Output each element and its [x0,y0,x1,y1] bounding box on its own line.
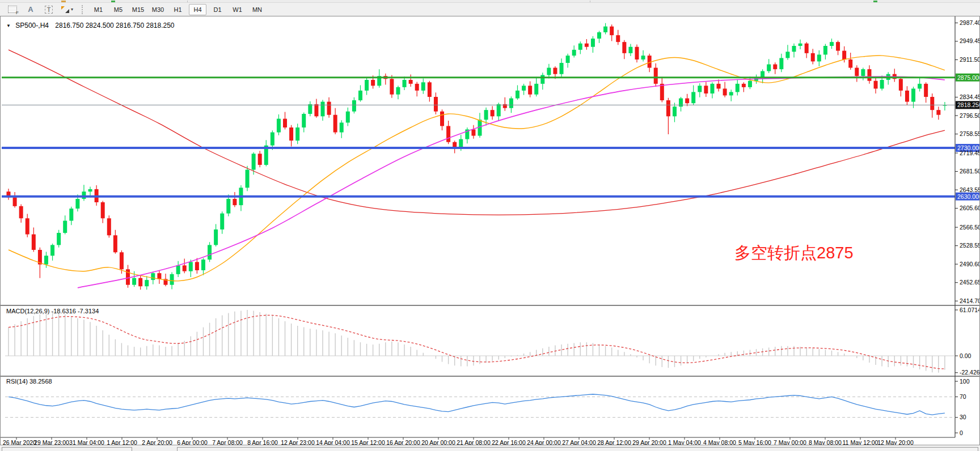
svg-text:27 Apr 04:00: 27 Apr 04:00 [562,439,596,445]
svg-text:12 Apr 23:00: 12 Apr 23:00 [281,439,315,445]
timeframe-button-m15[interactable]: M15 [129,4,147,15]
chart-window[interactable]: ▼ SP500-,H4 2816.750 2824.500 2816.750 2… [0,16,980,445]
grid-f-icon: F [8,6,17,13]
svg-text:2758.550: 2758.550 [960,130,979,137]
letter-a-icon: A [28,5,33,14]
status-panel [177,447,978,451]
chevron-down-icon[interactable]: ▾ [71,7,73,12]
toolbar-divider [187,1,188,2]
svg-text:22 Apr 16:00: 22 Apr 16:00 [492,439,526,445]
chart-ohlc-values: 2816.750 2824.500 2816.750 2818.250 [55,22,174,29]
svg-text:29 Apr 20:00: 29 Apr 20:00 [632,439,666,445]
svg-text:2528.550: 2528.550 [960,242,979,249]
timeframe-button-h4[interactable]: H4 [189,4,206,15]
svg-text:5 May 16:00: 5 May 16:00 [738,439,771,445]
arrow-tool-button[interactable]: A [23,4,39,15]
svg-text:24 Apr 00:00: 24 Apr 00:00 [527,439,561,445]
shapes-tool-button[interactable]: ▾ [59,4,75,15]
price-tag-label: 2818.250 [957,101,979,108]
svg-text:2414.700: 2414.700 [960,297,979,304]
svg-text:16 Apr 20:00: 16 Apr 20:00 [386,439,420,445]
text-tool-icon: T [45,6,53,14]
macd-histogram [9,310,945,373]
svg-text:12 May 20:00: 12 May 20:00 [877,439,914,445]
timeframe-button-m30[interactable]: M30 [149,4,167,15]
text-label-tool-button[interactable]: T [41,4,57,15]
macd-axis-label: 61.0714 [960,307,979,313]
timeframe-button-m5[interactable]: M5 [109,4,127,15]
svg-text:2911.500: 2911.500 [960,56,979,63]
symbol-dropdown-icon[interactable]: ▼ [6,23,11,28]
svg-text:2834.450: 2834.450 [960,93,979,100]
shapes-icon [61,6,70,14]
price-tag-label: 2875.000 [957,74,979,81]
rsi-indicator-label: RSI(14) 38.2568 [6,378,52,385]
svg-text:2 Apr 20:00: 2 Apr 20:00 [142,439,172,445]
timeframe-group: M1M5M15M30H1H4D1W1MN [88,4,267,15]
svg-text:1 May 04:00: 1 May 04:00 [668,439,701,445]
svg-text:28 Apr 12:00: 28 Apr 12:00 [597,439,631,445]
svg-text:2796.500: 2796.500 [960,112,979,119]
timeframe-button-w1[interactable]: W1 [229,4,246,15]
price-tag-label: 2630.000 [957,193,979,200]
svg-text:6 Apr 00:00: 6 Apr 00:00 [177,439,208,445]
svg-text:2566.500: 2566.500 [960,224,979,231]
svg-text:4 May 08:00: 4 May 08:00 [703,439,736,445]
toolbar-fragment [873,1,877,2]
svg-text:2681.500: 2681.500 [960,168,979,175]
svg-text:7 May 00:00: 7 May 00:00 [774,439,806,445]
rsi-line [9,394,945,415]
rsi-axis-label: 0 [960,429,963,436]
svg-text:26 Mar 2020: 26 Mar 2020 [3,439,36,445]
rsi-axis-label: 100 [960,378,970,385]
svg-text:7 Apr 08:00: 7 Apr 08:00 [212,439,243,445]
svg-text:1 Apr 12:00: 1 Apr 12:00 [107,439,137,445]
svg-text:2949.450: 2949.450 [960,37,979,44]
price-annotation-text: 多空转折点2875 [734,242,854,265]
macd-axis-label: -22.4269 [960,369,979,376]
timeframe-button-mn[interactable]: MN [248,4,266,15]
toolbar-divider [590,1,590,2]
status-panel [2,447,132,451]
chart-plot-area[interactable]: 2875.0002818.2502730.0002630.0002987.400… [1,16,979,445]
toolbar-fragment [61,1,66,2]
price-axis-labels: 2987.4002949.4502911.5002834.4502796.500… [955,19,979,304]
status-bar [0,445,980,451]
ma-slow-red-line [9,50,945,215]
svg-text:29 Mar 23:00: 29 Mar 23:00 [34,439,69,445]
timeframe-button-d1[interactable]: D1 [209,4,226,15]
toolbar-fragment [111,1,115,2]
rsi-axis-label: 70 [960,393,966,400]
macd-indicator-label: MACD(12,26,9) -18.6316 -7.3134 [6,308,99,314]
grid-profile-tool-button[interactable]: F [5,4,20,15]
svg-text:2605.600: 2605.600 [960,205,979,211]
time-axis-labels[interactable]: 26 Mar 202029 Mar 23:0031 Mar 04:001 Apr… [3,437,914,445]
svg-text:8 Apr 16:00: 8 Apr 16:00 [247,439,278,445]
rsi-axis-label: 30 [960,414,966,420]
chart-title: ▼ SP500-,H4 2816.750 2824.500 2816.750 2… [6,22,175,29]
svg-text:31 Mar 04:00: 31 Mar 04:00 [69,439,104,445]
svg-text:21 Apr 08:00: 21 Apr 08:00 [457,439,491,445]
svg-text:14 Apr 04:00: 14 Apr 04:00 [316,439,350,445]
svg-text:2643.550: 2643.550 [960,186,979,193]
macd-axis-label: 0.00 [960,352,971,359]
macd-signal-line [9,315,945,369]
svg-text:2452.650: 2452.650 [960,279,979,286]
svg-text:2987.400: 2987.400 [960,19,979,26]
svg-text:11 May 12:00: 11 May 12:00 [843,439,878,445]
toolbar-drag-handle[interactable] [82,5,85,14]
svg-text:20 Apr 00:00: 20 Apr 00:00 [421,439,455,445]
svg-text:2490.600: 2490.600 [960,261,979,267]
chart-toolbar: F A T ▾ M1M5M15M30H1H4D1W1MN [0,3,980,16]
svg-text:15 Apr 12:00: 15 Apr 12:00 [351,439,385,445]
chart-symbol-timeframe: SP500-,H4 [15,22,49,29]
timeframe-button-m1[interactable]: M1 [90,4,107,15]
timeframe-button-h1[interactable]: H1 [169,4,187,15]
svg-text:2719.450: 2719.450 [960,150,979,156]
svg-text:8 May 08:00: 8 May 08:00 [809,439,842,445]
